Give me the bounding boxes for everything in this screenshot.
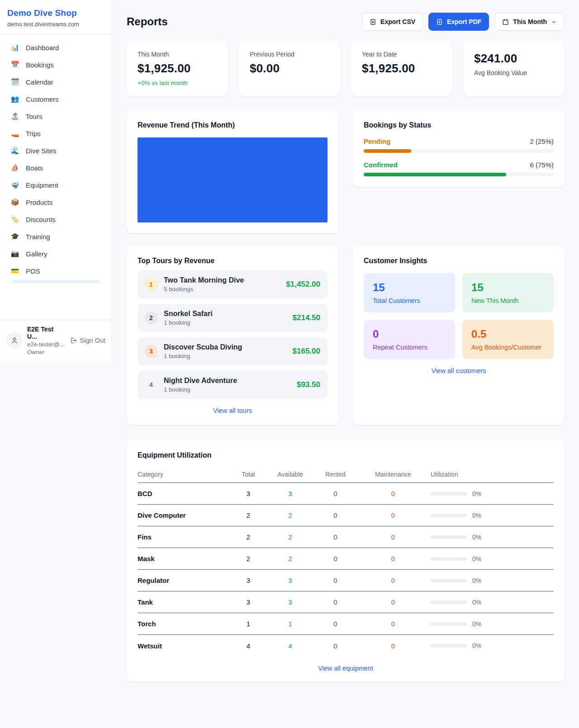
sidebar-item-training[interactable]: 🎓 Training — [5, 228, 106, 245]
list-item[interactable]: 2 Snorkel Safari 1 booking $214.50 — [138, 304, 327, 332]
sidebar-item-label: Discounts — [26, 216, 56, 223]
wave-icon: 🌊 — [10, 147, 20, 155]
cell-available: 2 — [269, 533, 312, 541]
insight-tile-avg-bookings: 0.5 Avg Bookings/Customer — [462, 320, 554, 359]
status-row-pending: Pending 2 (25%) — [364, 137, 554, 153]
sidebar-item-label: Customers — [26, 95, 59, 103]
insight-value: 0 — [373, 328, 446, 340]
tour-name: Discover Scuba Diving — [164, 343, 286, 351]
equipment-table: Category Total Available Rented Maintena… — [138, 466, 554, 657]
diving-mask-icon: 🤿 — [10, 181, 20, 189]
view-all-equipment-link[interactable]: View all equipment — [138, 665, 554, 672]
utilization-percent: 0% — [472, 642, 481, 649]
period-dropdown[interactable]: This Month — [494, 13, 565, 31]
cell-maintenance: 0 — [359, 555, 427, 563]
utilization-bar — [431, 622, 467, 626]
view-all-customers-link[interactable]: View all customers — [364, 367, 554, 374]
insight-value: 15 — [373, 281, 446, 294]
stat-label: Avg Booking Value — [474, 69, 554, 76]
sidebar-item-tours[interactable]: 🏝️ Tours — [5, 108, 106, 125]
sidebar-item-discounts[interactable]: 🏷️ Discounts — [5, 211, 106, 228]
cell-maintenance: 0 — [359, 533, 427, 541]
cell-maintenance: 0 — [359, 598, 427, 606]
utilization-percent: 0% — [472, 512, 481, 519]
shop-domain: demo.test.divestreams.com — [7, 21, 104, 28]
sidebar-item-label: Training — [26, 233, 50, 241]
main-content: Reports Export CSV Export PDF — [112, 0, 579, 700]
page-title: Reports — [127, 15, 168, 28]
cell-available: 2 — [269, 511, 312, 519]
sidebar-item-dive-sites[interactable]: 🌊 Dive Sites — [5, 142, 106, 159]
graduation-cap-icon: 🎓 — [10, 232, 20, 241]
tour-bookings: 1 booking — [164, 319, 286, 326]
utilization-bar — [431, 535, 467, 539]
sidebar-item-bookings[interactable]: 📅 Bookings — [5, 56, 106, 73]
list-item[interactable]: 4 Night Dive Adventure 1 booking $93.50 — [138, 371, 327, 399]
sidebar-item-calendar[interactable]: 🗓️ Calendar — [5, 73, 106, 90]
utilization-bar — [431, 644, 467, 648]
table-row: BCD 3 3 0 0 0% — [138, 483, 554, 505]
table-row: Mask 2 2 0 0 0% — [138, 548, 554, 570]
sidebar-item-label: Bookings — [26, 61, 54, 69]
sidebar-item-pos[interactable]: 💳 POS — [5, 262, 106, 279]
sidebar-item-products[interactable]: 📦 Products — [5, 194, 106, 211]
tour-amount: $93.50 — [297, 380, 320, 389]
export-pdf-button[interactable]: Export PDF — [428, 13, 489, 31]
customer-insights-card: Customer Insights 15 Total Customers 15 … — [353, 246, 565, 425]
cell-total: 2 — [228, 511, 269, 519]
cell-category: Mask — [138, 555, 228, 563]
list-item[interactable]: 3 Discover Scuba Diving 1 booking $165.0… — [138, 337, 327, 365]
utilization-bar — [431, 600, 467, 604]
column-header-utilization: Utilization — [427, 471, 554, 478]
avatar — [6, 332, 23, 349]
export-pdf-label: Export PDF — [447, 18, 481, 25]
utilization-percent: 0% — [472, 534, 481, 541]
bookings-by-status-title: Bookings by Status — [364, 121, 554, 129]
export-csv-button[interactable]: Export CSV — [362, 13, 423, 31]
status-bar-track — [364, 173, 554, 176]
sidebar-item-active-partial[interactable] — [11, 280, 101, 283]
view-all-tours-link[interactable]: View all tours — [138, 407, 327, 414]
bookings-by-status-card: Bookings by Status Pending 2 (25%) Confi… — [353, 110, 565, 187]
sidebar-item-label: Products — [26, 199, 52, 206]
user-info: E2E Test U... e2e-tester@... Owner — [27, 326, 65, 355]
stat-card-previous-period: Previous Period $0.00 — [239, 41, 340, 97]
revenue-trend-chart — [138, 137, 327, 222]
tour-bookings: 5 bookings — [164, 286, 280, 293]
cell-category: Fins — [138, 533, 228, 541]
sidebar-item-label: Tours — [26, 113, 43, 120]
period-selected-label: This Month — [513, 18, 547, 25]
sidebar-item-gallery[interactable]: 📷 Gallery — [5, 245, 106, 262]
sidebar-item-label: POS — [26, 267, 40, 275]
sidebar-item-equipment[interactable]: 🤿 Equipment — [5, 176, 106, 194]
insight-label: Repeat Customers — [373, 344, 446, 351]
cell-category: Wetsuit — [138, 642, 228, 650]
credit-card-icon: 💳 — [10, 267, 20, 275]
equipment-utilization-card: Equipment Utilization Category Total Ava… — [127, 440, 565, 682]
rank-badge: 4 — [145, 378, 157, 391]
cell-rented: 0 — [312, 598, 359, 606]
sidebar-nav: 📊 Dashboard 📅 Bookings 🗓️ Calendar 👥 Cus… — [0, 34, 112, 283]
sidebar-user-footer: E2E Test U... e2e-tester@... Owner Sign … — [0, 320, 112, 361]
sign-out-button[interactable]: Sign Out — [70, 337, 105, 344]
table-row: Regulator 3 3 0 0 0% — [138, 570, 554, 591]
cell-total: 1 — [228, 620, 269, 628]
cell-available: 3 — [269, 577, 312, 584]
panels-grid: Revenue Trend (This Month) Bookings by S… — [127, 110, 565, 425]
stat-card-this-month: This Month $1,925.00 +0% vs last month — [127, 41, 228, 97]
list-item[interactable]: 1 Two Tank Morning Dive 5 bookings $1,45… — [138, 270, 327, 298]
column-header-total: Total — [228, 471, 269, 478]
sidebar-item-dashboard[interactable]: 📊 Dashboard — [5, 39, 106, 56]
status-row-confirmed: Confirmed 6 (75%) — [364, 161, 554, 176]
utilization-bar — [431, 514, 467, 517]
sidebar-item-customers[interactable]: 👥 Customers — [5, 90, 106, 108]
people-icon: 👥 — [10, 95, 20, 103]
stat-label: Year to Date — [362, 51, 441, 58]
table-row: Tank 3 3 0 0 0% — [138, 591, 554, 613]
status-bar-fill — [364, 149, 411, 153]
sidebar-item-trips[interactable]: 🚤 Trips — [5, 125, 106, 142]
sidebar-item-boats[interactable]: ⛵ Boats — [5, 159, 106, 176]
cell-total: 2 — [228, 533, 269, 541]
table-row: Wetsuit 4 4 0 0 0% — [138, 635, 554, 657]
insight-label: Avg Bookings/Customer — [471, 344, 545, 351]
